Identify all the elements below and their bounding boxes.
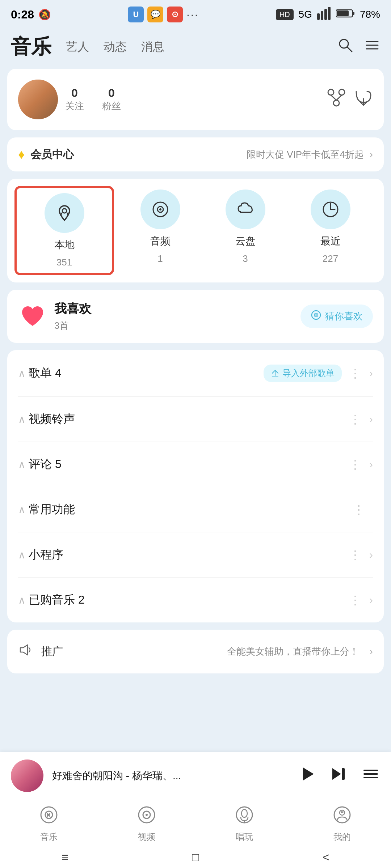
svg-point-17 <box>62 209 67 213</box>
fork-icon[interactable] <box>327 88 346 111</box>
stat-following[interactable]: 0 关注 <box>65 86 84 112</box>
app-title: 音乐 <box>11 33 51 61</box>
miniapps-dots[interactable]: ⋮ <box>349 548 362 562</box>
comments-dots[interactable]: ⋮ <box>349 457 362 472</box>
mute-icon: 🔕 <box>38 9 51 21</box>
purchased-arrow: › <box>369 594 373 606</box>
purchased-chevron: ∧ <box>18 594 26 606</box>
guess-icon <box>311 310 321 323</box>
now-playing-info: 好难舍的朝阳沟 - 杨华瑞、... <box>52 769 289 783</box>
ringtones-arrow: › <box>369 413 373 425</box>
next-button[interactable] <box>329 765 348 787</box>
playlist-button[interactable] <box>361 765 380 787</box>
miniapps-arrow: › <box>369 549 373 561</box>
svg-rect-6 <box>337 10 349 16</box>
play-button[interactable] <box>298 765 316 787</box>
app-icon-blue: U <box>128 7 144 22</box>
guess-you-like-button[interactable]: 猜你喜欢 <box>300 305 373 328</box>
comments-chevron: ∧ <box>18 459 26 471</box>
bottom-nav-mine[interactable]: 我的 <box>333 805 352 843</box>
nav-dynamic[interactable]: 动态 <box>104 39 127 55</box>
purchased-dots[interactable]: ⋮ <box>349 593 362 607</box>
favorites-count: 3首 <box>54 319 293 332</box>
svg-rect-3 <box>328 7 331 20</box>
playlists-arrow: › <box>369 367 373 379</box>
system-navigation: ≡ □ < <box>0 846 391 868</box>
profile-avatar[interactable] <box>18 80 58 119</box>
playlists-title: 歌单 4 <box>29 365 264 381</box>
now-playing-avatar[interactable] <box>11 760 43 792</box>
nav-actions <box>337 37 380 57</box>
music-nav-label: 音乐 <box>40 831 58 843</box>
guess-text: 猜你喜欢 <box>325 310 363 323</box>
svg-rect-0 <box>317 13 320 20</box>
sys-back-button[interactable]: < <box>323 851 329 864</box>
vip-promo-text: 限时大促 VIP年卡低至4折起 <box>247 148 364 161</box>
bottom-navigation: K 音乐 视频 唱玩 <box>0 798 391 846</box>
svg-point-14 <box>333 100 339 106</box>
local-label: 本地 <box>54 238 75 252</box>
cloud-icon-circle <box>226 190 265 229</box>
playlists-dots[interactable]: ⋮ <box>349 366 362 380</box>
svg-line-15 <box>331 95 336 100</box>
svg-line-16 <box>336 95 342 100</box>
sing-nav-label: 唱玩 <box>236 831 253 843</box>
list-item-miniapps[interactable]: ∧ 小程序 ⋮ › <box>18 532 373 578</box>
sing-nav-icon <box>235 805 254 828</box>
vip-label: 会员中心 <box>30 147 241 162</box>
import-label: 导入外部歌单 <box>282 367 335 379</box>
quick-item-audio[interactable]: 音频 1 <box>118 190 203 272</box>
favorites-section[interactable]: 我喜欢 3首 猜你喜欢 <box>7 290 384 343</box>
svg-rect-2 <box>324 9 327 20</box>
bottom-nav-music[interactable]: K 音乐 <box>39 805 58 843</box>
vip-diamond-icon: ♦ <box>18 147 25 162</box>
hook-icon[interactable] <box>353 88 373 111</box>
signal-icon <box>317 7 331 22</box>
stat-followers[interactable]: 0 粉丝 <box>102 86 121 112</box>
promo-arrow-icon: › <box>370 646 373 657</box>
quick-item-cloud[interactable]: 云盘 3 <box>203 190 288 272</box>
local-icon-circle <box>45 193 84 233</box>
list-item-features[interactable]: ∧ 常用功能 ⋮ <box>18 487 373 532</box>
menu-icon[interactable] <box>364 37 380 57</box>
search-icon[interactable] <box>337 37 353 57</box>
sys-menu-button[interactable]: ≡ <box>62 851 69 864</box>
favorites-title: 我喜欢 <box>54 301 293 317</box>
quick-item-recent[interactable]: 最近 227 <box>288 190 373 272</box>
svg-point-20 <box>159 208 161 210</box>
music-nav-icon: K <box>39 805 58 828</box>
miniapps-chevron: ∧ <box>18 549 26 561</box>
list-item-comments[interactable]: ∧ 评论 5 ⋮ › <box>18 442 373 487</box>
promo-label: 推广 <box>41 644 63 659</box>
features-dots[interactable]: ⋮ <box>353 502 366 517</box>
svg-point-12 <box>328 89 334 95</box>
cloud-count: 3 <box>243 253 248 264</box>
vip-arrow-icon: › <box>370 149 373 160</box>
local-count: 351 <box>56 257 72 268</box>
features-chevron: ∧ <box>18 504 26 516</box>
vip-banner[interactable]: ♦ 会员中心 限时大促 VIP年卡低至4折起 › <box>7 137 384 171</box>
now-playing-bar[interactable]: 好难舍的朝阳沟 - 杨华瑞、... <box>0 752 391 799</box>
followers-count: 0 <box>102 86 121 100</box>
bottom-nav-video[interactable]: 视频 <box>137 805 156 843</box>
quick-item-local[interactable]: 本地 351 <box>14 186 114 275</box>
ringtones-dots[interactable]: ⋮ <box>349 412 362 426</box>
recent-icon-circle <box>311 190 350 229</box>
sys-home-button[interactable]: □ <box>192 851 199 864</box>
nav-items: 艺人 动态 消息 <box>66 39 323 55</box>
comments-title: 评论 5 <box>29 456 349 472</box>
profile-stats: 0 关注 0 粉丝 <box>65 86 319 112</box>
promo-section[interactable]: 推广 全能美女辅助，直播带你上分！ › <box>7 630 384 673</box>
following-label: 关注 <box>65 100 84 112</box>
svg-rect-5 <box>353 12 354 15</box>
list-item-purchased[interactable]: ∧ 已购音乐 2 ⋮ › <box>18 578 373 622</box>
bottom-nav-sing[interactable]: 唱玩 <box>235 805 254 843</box>
following-count: 0 <box>65 86 84 100</box>
app-icon-red: ⊙ <box>167 7 183 22</box>
list-item-playlists[interactable]: ∧ 歌单 4 导入外部歌单 ⋮ › <box>18 350 373 397</box>
nav-artist[interactable]: 艺人 <box>66 39 89 55</box>
list-item-ringtones[interactable]: ∧ 视频铃声 ⋮ › <box>18 397 373 442</box>
import-badge[interactable]: 导入外部歌单 <box>264 365 342 382</box>
nav-message[interactable]: 消息 <box>141 39 164 55</box>
video-nav-label: 视频 <box>138 831 155 843</box>
